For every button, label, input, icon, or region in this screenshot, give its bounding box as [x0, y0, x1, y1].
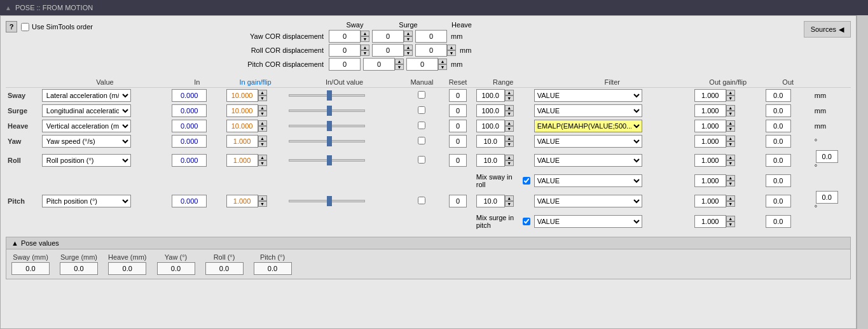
yaw-in-value[interactable]	[172, 135, 207, 148]
roll-filter[interactable]: VALUE	[534, 154, 642, 167]
yaw-out[interactable]	[766, 135, 791, 148]
sway-slider[interactable]	[289, 90, 365, 101]
heave-filter[interactable]: EMALP(EMAHP(VALUE;500...	[534, 120, 642, 132]
sway-in-gain-down[interactable]: ▼	[258, 95, 267, 101]
pitch-range-down[interactable]: ▼	[505, 201, 514, 207]
heave-out-gain-down[interactable]: ▼	[726, 126, 735, 132]
yaw-cor-surge[interactable]	[372, 30, 404, 43]
pitch-mix-out[interactable]	[766, 215, 791, 228]
heave-in-gain-up[interactable]: ▲	[258, 120, 267, 126]
heave-out-gain-up[interactable]: ▲	[726, 120, 735, 126]
roll-cor-surge-down[interactable]: ▼	[404, 50, 413, 56]
roll-range-up[interactable]: ▲	[505, 155, 514, 160]
pitch-in-gain-up[interactable]: ▲	[258, 195, 267, 201]
yaw-in-gain[interactable]	[226, 135, 258, 148]
surge-in-gain-up[interactable]: ▲	[258, 105, 267, 111]
pitch-out-gain[interactable]	[694, 195, 726, 207]
simtools-order-checkbox-label[interactable]: Use SimTools order	[21, 23, 93, 31]
roll-cor-sway[interactable]	[329, 44, 361, 57]
pitch-mix-out-gain[interactable]	[694, 215, 726, 228]
pitch-out-gain-down[interactable]: ▼	[726, 201, 735, 207]
pitch-mix-out-gain-down[interactable]: ▼	[726, 221, 735, 227]
yaw-slider[interactable]	[289, 136, 365, 147]
pitch-out[interactable]	[766, 195, 791, 207]
yaw-cor-surge-up[interactable]: ▲	[404, 31, 413, 36]
roll-cor-heave-down[interactable]: ▼	[447, 50, 456, 56]
heave-manual-checkbox[interactable]	[418, 122, 425, 129]
roll-manual-val[interactable]	[449, 154, 467, 167]
sway-out-gain-up[interactable]: ▲	[726, 90, 735, 95]
surge-manual-checkbox[interactable]	[418, 106, 425, 114]
heave-in-gain[interactable]	[226, 120, 258, 132]
roll-mix-out-gain-down[interactable]: ▼	[726, 181, 735, 186]
yaw-in-gain-up[interactable]: ▲	[258, 136, 267, 141]
roll-cor-surge-up[interactable]: ▲	[404, 45, 413, 50]
heave-out-gain[interactable]	[694, 120, 726, 132]
heave-range-up[interactable]: ▲	[505, 120, 514, 126]
sway-in-gain-up[interactable]: ▲	[258, 90, 267, 95]
roll-mix-filter[interactable]: VALUE	[534, 174, 642, 187]
roll-in-gain-up[interactable]: ▲	[258, 155, 267, 160]
pitch-cor-heave-down[interactable]: ▼	[438, 64, 447, 70]
heave-manual-val[interactable]	[449, 120, 467, 132]
surge-range[interactable]	[476, 104, 505, 117]
sway-manual-checkbox[interactable]	[418, 91, 425, 99]
heave-range[interactable]	[476, 120, 505, 132]
roll-cor-sway-down[interactable]: ▼	[361, 50, 369, 56]
roll-in-gain-down[interactable]: ▼	[258, 160, 267, 166]
yaw-cor-heave[interactable]	[415, 30, 447, 43]
surge-manual-val[interactable]	[449, 104, 467, 117]
sway-in-value[interactable]	[172, 89, 207, 102]
sources-button[interactable]: Sources ◀	[804, 21, 851, 38]
yaw-cor-surge-down[interactable]: ▼	[404, 36, 413, 42]
sway-out-gain-down[interactable]: ▼	[726, 95, 735, 101]
surge-in-gain[interactable]	[226, 104, 258, 117]
yaw-in-gain-down[interactable]: ▼	[258, 141, 267, 147]
sway-range-down[interactable]: ▼	[505, 95, 514, 101]
roll-out-gain-down[interactable]: ▼	[726, 160, 735, 166]
pitch-range[interactable]	[476, 195, 505, 207]
pitch-cor-surge-up[interactable]: ▲	[395, 59, 404, 64]
surge-in-gain-down[interactable]: ▼	[258, 111, 267, 116]
pitch-manual-val[interactable]	[449, 195, 467, 207]
sway-range-up[interactable]: ▲	[505, 90, 514, 95]
heave-value-select[interactable]: Vertical acceleration (m/s²)	[42, 120, 131, 132]
surge-out-gain-down[interactable]: ▼	[726, 111, 735, 116]
yaw-filter[interactable]: VALUE	[534, 135, 642, 148]
pitch-in-gain[interactable]	[226, 195, 258, 207]
roll-slider[interactable]	[289, 155, 365, 166]
yaw-manual-val[interactable]	[449, 135, 467, 148]
yaw-out-gain-down[interactable]: ▼	[726, 141, 735, 147]
pitch-filter[interactable]: VALUE	[534, 195, 642, 207]
roll-cor-sway-up[interactable]: ▲	[361, 45, 369, 50]
surge-out-gain[interactable]	[694, 104, 726, 117]
roll-out-gain[interactable]	[694, 154, 726, 167]
sway-in-gain[interactable]	[226, 89, 258, 102]
yaw-cor-sway[interactable]	[329, 30, 361, 43]
heave-slider[interactable]	[289, 120, 365, 132]
heave-out[interactable]	[766, 120, 791, 132]
sway-out[interactable]	[766, 89, 791, 102]
yaw-out-gain[interactable]	[694, 135, 726, 148]
surge-value-select[interactable]: Longitudinal acceleration (m	[42, 104, 131, 117]
heave-in-value[interactable]	[172, 120, 207, 132]
yaw-out-gain-up[interactable]: ▲	[726, 136, 735, 141]
pitch-cor-surge-down[interactable]: ▼	[395, 64, 404, 70]
surge-out-gain-up[interactable]: ▲	[726, 105, 735, 111]
surge-filter[interactable]: VALUE	[534, 104, 642, 117]
roll-mix-out[interactable]	[766, 174, 791, 187]
roll-in-value[interactable]	[172, 154, 207, 167]
pitch-slider[interactable]	[289, 195, 365, 207]
pitch-value-select[interactable]: Pitch position (°)	[42, 195, 131, 207]
sway-manual-val[interactable]	[449, 89, 467, 102]
roll-mix-out-gain-up[interactable]: ▲	[726, 175, 735, 181]
pitch-out-gain-up[interactable]: ▲	[726, 195, 735, 201]
sway-range[interactable]	[476, 89, 505, 102]
roll-cor-heave[interactable]	[415, 44, 447, 57]
pitch-mix-filter[interactable]: VALUE	[534, 215, 642, 228]
roll-out[interactable]	[766, 154, 791, 167]
pitch-in-gain-down[interactable]: ▼	[258, 201, 267, 207]
pitch-mix-checkbox[interactable]	[523, 218, 530, 225]
roll-manual-checkbox[interactable]	[418, 156, 425, 164]
surge-slider[interactable]	[289, 105, 365, 116]
